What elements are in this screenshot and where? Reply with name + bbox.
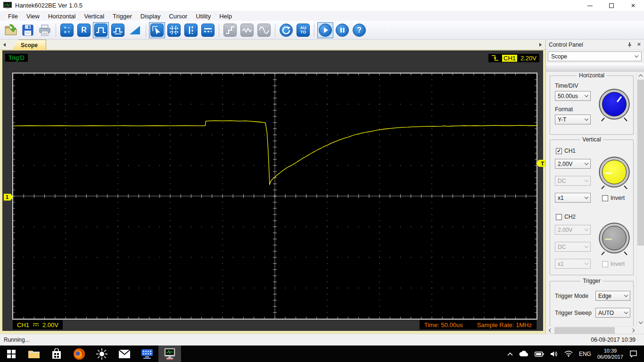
reference-button[interactable]: R — [76, 22, 92, 38]
print-button[interactable] — [37, 22, 53, 38]
toolbar-separator — [219, 24, 219, 37]
noise-wave-button[interactable] — [239, 22, 255, 38]
ch1-position-knob[interactable] — [599, 157, 629, 187]
channel-waveform-button[interactable] — [93, 22, 109, 38]
panel-vertical-scrollbar[interactable] — [636, 72, 644, 326]
menu-utility[interactable]: Utility — [191, 12, 215, 21]
ramp-button[interactable] — [127, 22, 143, 38]
ch2-checkbox[interactable]: CH2 — [556, 214, 576, 220]
open-button[interactable] — [3, 22, 19, 38]
app-icon — [3, 2, 12, 9]
tab-scope[interactable]: Scope — [12, 40, 46, 50]
menu-help[interactable]: Help — [215, 12, 236, 21]
menu-file[interactable]: File — [4, 12, 22, 21]
cursor-select-button[interactable] — [149, 22, 165, 38]
volume-icon[interactable] — [550, 351, 558, 357]
ch1-coupling-select[interactable]: DC — [555, 176, 591, 186]
pin-icon[interactable] — [627, 42, 632, 48]
taskbar-file-explorer[interactable] — [23, 346, 45, 362]
taskbar-brightness[interactable] — [91, 346, 113, 362]
ramp-triangle-icon — [129, 24, 141, 36]
taskbar-hantek-app[interactable] — [158, 346, 181, 362]
trigger-level-marker[interactable]: T — [536, 160, 545, 167]
system-tray: ENG 10:39 06/09/2017 — [507, 346, 644, 362]
trigger-mode-label: Trigger Mode — [555, 293, 588, 299]
taskbar: ENG 10:39 06/09/2017 — [0, 346, 644, 362]
taskbar-device-app[interactable] — [136, 346, 158, 362]
ch2-coupling-select[interactable]: DC — [555, 242, 591, 252]
format-select[interactable]: Y-T — [555, 115, 591, 124]
start-button[interactable] — [317, 22, 333, 38]
tray-expand-icon[interactable] — [507, 352, 513, 356]
autoset-button[interactable]: AUTO — [295, 22, 311, 38]
trigger-group-title: Trigger — [580, 278, 603, 284]
trigger-sweep-select[interactable]: AUTO — [595, 308, 630, 318]
start-button[interactable] — [0, 346, 23, 362]
help-button[interactable]: ? — [351, 22, 367, 38]
menu-vertical[interactable]: Vertical — [80, 12, 108, 21]
trigger-level-value: 2.20V — [520, 55, 537, 62]
taskbar-firefox[interactable] — [68, 346, 91, 362]
step-wave-icon — [223, 24, 237, 37]
ch1-volts-select[interactable]: 2.00V — [555, 159, 591, 169]
sine-wave-button[interactable] — [256, 22, 272, 38]
trigger-status-badge: Trig'D — [5, 54, 28, 62]
digital-waveform-button[interactable] — [110, 22, 126, 38]
ch2-position-knob[interactable] — [599, 223, 629, 253]
tab-scroll-right-button[interactable] — [537, 41, 544, 49]
menu-view[interactable]: View — [22, 12, 44, 21]
scroll-down-button[interactable] — [637, 319, 644, 326]
taskbar-mail[interactable] — [113, 346, 136, 362]
scroll-up-button[interactable] — [637, 72, 644, 79]
battery-icon[interactable] — [535, 351, 544, 357]
menu-trigger[interactable]: Trigger — [108, 12, 136, 21]
grid-cursor-button[interactable] — [166, 22, 182, 38]
action-center-icon[interactable] — [629, 350, 637, 357]
ch1-checkbox[interactable]: ✓ CH1 — [556, 148, 576, 154]
vertical-scroll-thumb[interactable] — [637, 80, 644, 246]
ch2-probe-select[interactable]: x1 — [555, 259, 591, 269]
play-icon — [319, 24, 332, 37]
save-button[interactable] — [20, 22, 36, 38]
horizontal-cursor-button[interactable] — [200, 22, 216, 38]
wifi-icon[interactable] — [564, 351, 573, 357]
ch2-invert-checkbox[interactable]: Invert — [602, 261, 625, 267]
step-wave-button[interactable] — [222, 22, 238, 38]
pause-button[interactable] — [334, 22, 350, 38]
control-panel-header: Control Panel ✕ — [546, 40, 644, 50]
sun-icon — [96, 348, 108, 360]
timediv-select[interactable]: 50.00us — [555, 91, 591, 101]
chevron-down-icon — [582, 115, 590, 124]
menu-horizontal[interactable]: Horizontal — [44, 12, 80, 21]
close-button[interactable]: ✕ — [622, 0, 644, 11]
onedrive-icon[interactable] — [519, 351, 528, 357]
tab-scroll-left-button[interactable] — [1, 41, 8, 49]
vertical-cursor-button[interactable] — [183, 22, 199, 38]
sample-rate: Sample Rate: 1MHz — [477, 321, 532, 329]
maximize-icon — [609, 3, 614, 8]
ch1-probe-select[interactable]: x1 — [555, 193, 591, 203]
printer-icon — [38, 24, 51, 37]
refresh-button[interactable] — [278, 22, 294, 38]
minimize-button[interactable] — [579, 0, 601, 11]
maximize-button[interactable] — [601, 0, 622, 11]
pause-icon — [336, 24, 349, 37]
taskbar-store[interactable] — [45, 346, 68, 362]
trigger-mode-select[interactable]: Edge — [595, 291, 630, 301]
tab-strip: Scope — [0, 40, 545, 50]
language-indicator[interactable]: ENG — [579, 351, 591, 357]
menu-cursor[interactable]: Cursor — [165, 12, 191, 21]
ch2-volts-select[interactable]: 2.00V — [555, 225, 591, 235]
horizontal-scroll-thumb[interactable] — [554, 327, 615, 334]
panel-horizontal-scrollbar[interactable] — [546, 326, 637, 334]
scroll-right-button[interactable] — [629, 327, 637, 334]
scroll-left-button[interactable] — [546, 327, 553, 334]
horizontal-position-knob[interactable] — [599, 89, 629, 119]
control-panel-close-icon[interactable]: ✕ — [637, 41, 641, 48]
panel-selector-dropdown[interactable]: Scope — [548, 51, 642, 61]
math-button[interactable]: + −× ÷ — [59, 22, 75, 38]
menu-display[interactable]: Display — [136, 12, 165, 21]
ch1-position-marker[interactable]: 1 — [4, 194, 13, 201]
tray-clock[interactable]: 10:39 06/09/2017 — [597, 348, 623, 360]
ch1-invert-checkbox[interactable]: Invert — [602, 195, 625, 201]
